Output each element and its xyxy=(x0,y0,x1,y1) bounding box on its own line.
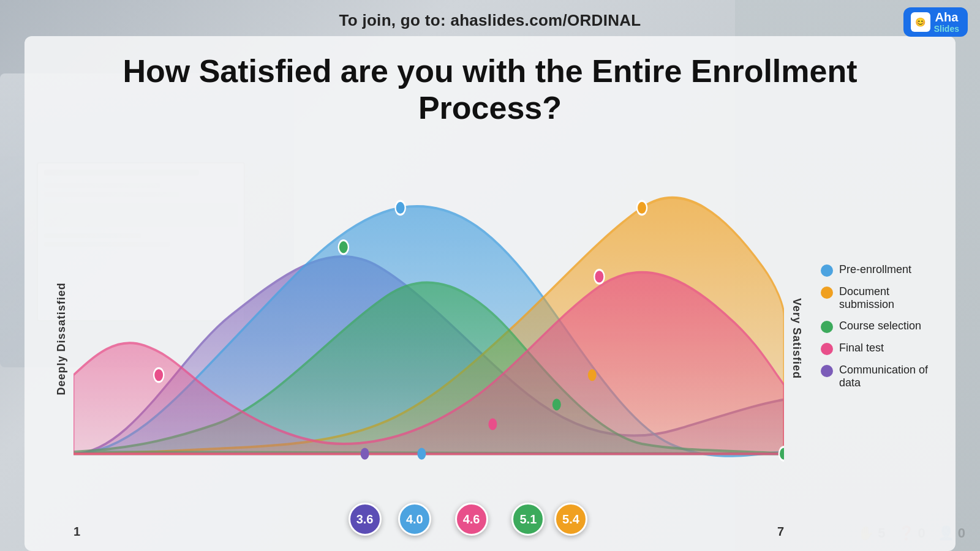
legend-label-pre-enrollment: Pre-enrollment xyxy=(839,263,911,276)
legend-dot-course xyxy=(821,321,833,333)
logo-icon: 😊 xyxy=(911,12,930,32)
legend-label-document: Document submission xyxy=(839,285,931,311)
legend-label-final-test: Final test xyxy=(839,342,884,354)
x-axis-labels: 1 7 3.6 4.0 4.6 5.1 xyxy=(74,496,784,539)
logo-line1: Aha xyxy=(934,11,959,23)
score-badge-green: 5.1 xyxy=(511,503,545,536)
ahaslides-logo[interactable]: 😊 Aha Slides xyxy=(903,7,968,37)
logo-line2: Slides xyxy=(934,24,959,33)
svg-point-2 xyxy=(417,448,426,459)
legend-item-communication: Communication of data xyxy=(821,364,931,389)
legend-dot-communication xyxy=(821,365,833,377)
svg-point-3 xyxy=(488,418,497,430)
slide-card: How Satisfied are you with the Entire En… xyxy=(24,36,956,551)
x-label-max: 7 xyxy=(777,525,784,539)
svg-point-6 xyxy=(154,368,164,381)
title-line2: Process? xyxy=(418,90,562,126)
legend-label-course: Course selection xyxy=(839,320,921,332)
legend-item-course: Course selection xyxy=(821,320,931,333)
x-label-min: 1 xyxy=(74,525,80,539)
title-line1: How Satisfied are you with the Entire En… xyxy=(123,53,857,89)
question-title: How Satisfied are you with the Entire En… xyxy=(49,53,931,127)
chart-wrapper: 1 7 3.6 4.0 4.6 5.1 xyxy=(74,139,784,539)
chart-svg xyxy=(74,139,784,493)
top-bar: To join, go to: ahaslides.com/ORDINAL 😊 … xyxy=(0,0,980,36)
join-prefix: To join, go to: xyxy=(339,11,445,29)
legend-dot-pre-enrollment xyxy=(821,264,833,277)
svg-point-9 xyxy=(637,201,647,214)
chart-area: Deeply Dissatisfied xyxy=(49,139,931,539)
svg-point-10 xyxy=(594,269,604,283)
svg-point-7 xyxy=(395,201,405,214)
y-axis-right-label: Very Satisfied xyxy=(784,139,809,539)
score-badge-pink: 4.6 xyxy=(455,503,488,536)
legend-item-document: Document submission xyxy=(821,285,931,311)
join-url: ahaslides.com/ORDINAL xyxy=(450,11,641,29)
join-text: To join, go to: ahaslides.com/ORDINAL xyxy=(12,11,968,30)
svg-point-11 xyxy=(779,446,784,460)
score-badge-orange: 5.4 xyxy=(554,503,587,536)
svg-point-1 xyxy=(361,448,369,459)
score-badge-blue: 4.0 xyxy=(398,503,431,536)
legend-dot-final-test xyxy=(821,343,833,355)
score-badge-purple: 3.6 xyxy=(349,503,382,536)
legend-item-pre-enrollment: Pre-enrollment xyxy=(821,263,931,277)
legend-dot-document xyxy=(821,287,833,299)
legend-label-communication: Communication of data xyxy=(839,364,931,389)
svg-point-4 xyxy=(552,399,561,410)
legend: Pre-enrollment Document submission Cours… xyxy=(809,139,931,539)
logo-text: Aha Slides xyxy=(934,11,959,33)
svg-point-5 xyxy=(588,369,597,381)
svg-point-8 xyxy=(339,240,349,253)
legend-item-final-test: Final test xyxy=(821,342,931,355)
main-content: To join, go to: ahaslides.com/ORDINAL 😊 … xyxy=(0,0,980,551)
y-axis-left-label: Deeply Dissatisfied xyxy=(49,139,74,539)
